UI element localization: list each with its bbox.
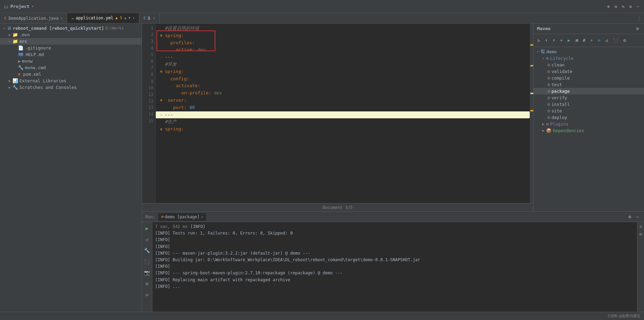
line15-gutter: ⚙ — [159, 127, 164, 132]
maven-btn-config[interactable]: ⚙ — [621, 37, 628, 44]
line6-content: #开发 — [165, 61, 177, 68]
tab-java-close[interactable]: ✕ — [61, 16, 63, 20]
tree-root-sublabel: D:\Works — [105, 26, 124, 30]
run-play-btn[interactable]: ▶ — [144, 224, 150, 232]
tree-root-arrow: ▾ — [1, 26, 7, 30]
tab-java[interactable]: C DemoApplication.java ✕ — [0, 13, 67, 23]
tree-mvnwcmd-icon: 🔧 — [18, 65, 24, 70]
maven-clean[interactable]: ⚙ clean — [534, 62, 644, 68]
tree-root[interactable]: ▾ 🖥 reboot_comand [reboot_quicklystart] … — [0, 25, 142, 31]
editor-scrollbar[interactable] — [530, 24, 533, 203]
run-console[interactable]: 7 sec, 542 ms[INFO] [INFO] Tests run: 1,… — [152, 222, 637, 312]
maven-install[interactable]: ⚙ install — [534, 101, 644, 108]
tab-more-icon[interactable]: ⋮ — [637, 16, 641, 21]
tree-helpmd[interactable]: MD HELP.md — [0, 51, 142, 58]
run-tab-demo[interactable]: m demo [package] ✕ — [158, 213, 206, 221]
run-settings2-btn[interactable]: ⚙ — [144, 280, 150, 288]
toolbar-icon-2[interactable]: ≡ — [613, 3, 618, 10]
tab-b[interactable]: C B ▾ — [139, 13, 160, 23]
toolbar-icon-1[interactable]: ⊕ — [606, 3, 611, 10]
maven-btn-lightning[interactable]: ⚡ — [589, 37, 595, 44]
maven-btn-hash[interactable]: # — [581, 37, 587, 44]
console-line-7: [INFO] --- spring-boot-maven-plugin:2.7.… — [155, 270, 634, 276]
scroll-mark-1 — [530, 44, 533, 46]
run-rerun-btn[interactable]: ↺ — [144, 235, 150, 244]
tree-scratches[interactable]: ▶ 🔧 Scratches and Consoles — [0, 84, 142, 91]
line8-gutter — [159, 76, 164, 82]
maven-btn-stop[interactable]: ⬛ — [611, 37, 620, 44]
run-sidebar: ▶ ↺ 🔧 ⬛ 📷 ⚙ ⇄ — [142, 222, 152, 312]
dropdown-arrow[interactable]: ▾ — [32, 4, 34, 9]
far-right-btn-1[interactable]: ≡ — [639, 223, 643, 230]
maven-btn-refresh[interactable]: ↻ — [536, 37, 542, 44]
tree-mvnw[interactable]: ▶ mvnw — [0, 58, 142, 64]
line5-gutter: — — [159, 55, 164, 60]
run-stop-btn[interactable]: ⬛ — [143, 257, 151, 266]
run-arrows-btn[interactable]: ⇄ — [144, 291, 150, 299]
maven-root[interactable]: ▾ 🏗 demo — [534, 48, 644, 55]
maven-package-label: package — [552, 89, 570, 94]
line12-content: port: 80 — [173, 104, 195, 111]
code-line-6: #开发 — [159, 61, 527, 68]
tab-b-label: B — [148, 16, 150, 21]
tree-src[interactable]: ▾ 📁 src — [0, 38, 142, 45]
maven-btn-upload[interactable]: ⬆ — [551, 37, 557, 44]
maven-site[interactable]: ⚙ site — [534, 108, 644, 114]
console-line-5: [INFO] Building jar: D:\WorkSoftware_Wor… — [155, 257, 634, 263]
maven-package[interactable]: ⚙ package — [534, 88, 644, 94]
tree-mvn[interactable]: ▶ 📁 .mvn — [0, 31, 142, 38]
run-camera-btn[interactable]: 📷 — [143, 268, 151, 277]
maven-settings-icon[interactable]: ⚙ — [634, 25, 641, 32]
console-line-8: [INFO] Replacing main artifact with repa… — [155, 277, 634, 283]
line9-gutter — [159, 83, 164, 89]
maven-panel-header: Maven ⚙ — [534, 24, 644, 34]
tree-external-libraries[interactable]: ▶ 📊 External Libraries — [0, 77, 142, 84]
scroll-mark-2 — [530, 65, 533, 66]
maven-plugins[interactable]: ▶ ⚙ Plugins — [534, 121, 644, 127]
tree-pomxml-icon: m — [18, 72, 20, 76]
console-text-8: [INFO] Replacing main artifact with repa… — [155, 277, 290, 282]
run-panel-header: Run: m demo [package] ✕ ⚙ — — [142, 212, 644, 222]
run-tab-close[interactable]: ✕ — [201, 215, 203, 219]
tree-pomxml[interactable]: m pom.xml — [0, 71, 142, 77]
console-text-0: [INFO] — [190, 224, 205, 229]
minimize-icon[interactable]: — — [635, 3, 641, 10]
run-tab-icon: m — [161, 214, 163, 219]
tree-mvnwcmd[interactable]: 🔧 mvnw.cmd — [0, 64, 142, 71]
maven-btn-run[interactable]: ▶ — [566, 37, 572, 44]
code-content[interactable]: #设置启用的环境 ⚙ spring: profiles: — [156, 24, 530, 203]
line2-gutter: ⚙ — [159, 33, 164, 38]
maven-lifecycle[interactable]: ▾ ⊕ Lifecycle — [534, 55, 644, 62]
maven-btn-transfer[interactable]: ⇄ — [596, 37, 602, 44]
maven-lifecycle-arrow: ▾ — [540, 56, 546, 60]
tab-yml-close[interactable]: ✕ — [133, 16, 135, 20]
tree-mvn-arrow: ▶ — [7, 33, 12, 37]
console-text-6: [INFO] — [155, 264, 170, 269]
toolbar-icon-3[interactable]: ≒ — [620, 3, 626, 10]
maven-deploy[interactable]: ⚙ deploy — [534, 114, 644, 121]
maven-btn-m[interactable]: m — [573, 37, 580, 44]
line7-content: spring: — [165, 68, 184, 75]
maven-panel: Maven ⚙ ↻ ⬇ ⬆ + ▶ m # ⚡ ⇄ ↺ ⬛ ⚙ — [533, 24, 644, 211]
far-right-btn-2[interactable]: ⊞ — [639, 231, 643, 237]
run-settings-icon[interactable]: ⚙ — [627, 213, 633, 220]
run-tab-label: demo [package] — [165, 214, 200, 219]
tab-yml[interactable]: ☁ application.yml ▲ 5 ▲ ▼ ✕ — [67, 13, 139, 23]
tree-src-arrow: ▾ — [7, 39, 12, 43]
maven-dependencies[interactable]: ▶ 📦 Dependencies — [534, 127, 644, 134]
maven-btn-download[interactable]: ⬇ — [543, 37, 549, 44]
settings-icon[interactable]: ⚙ — [628, 3, 633, 10]
maven-validate[interactable]: ⚙ validate — [534, 68, 644, 75]
maven-btn-reset[interactable]: ↺ — [603, 37, 610, 44]
maven-btn-add[interactable]: + — [558, 37, 564, 44]
b-icon: C — [143, 16, 146, 20]
tree-gitignore[interactable]: 📄 .gitignore — [0, 45, 142, 51]
maven-site-icon: ⚙ — [547, 108, 550, 113]
run-wrench-btn[interactable]: 🔧 — [143, 246, 151, 255]
maven-test[interactable]: ⚙ test — [534, 81, 644, 88]
tree-gitignore-icon: 📄 — [18, 45, 24, 51]
run-minimize-icon[interactable]: — — [634, 213, 641, 220]
maven-verify[interactable]: ⚙ verify — [534, 94, 644, 101]
maven-compile[interactable]: ⚙ compile — [534, 75, 644, 81]
maven-site-label: site — [552, 108, 562, 113]
